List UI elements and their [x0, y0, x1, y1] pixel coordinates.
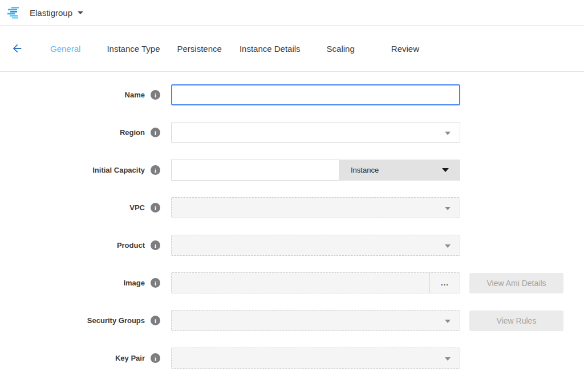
security-groups-select [171, 310, 460, 331]
tab-persistence[interactable]: Persistence [177, 44, 222, 54]
view-ami-details-button[interactable]: View Ami Details [469, 273, 563, 293]
general-form: Name i Region i Initial Capacity i Insta… [0, 72, 584, 369]
tab-review[interactable]: Review [391, 44, 419, 54]
wizard-tabbar: General Instance Type Persistence Instan… [0, 26, 584, 72]
security-groups-label: Security Groups [87, 316, 145, 325]
key-pair-info-icon[interactable]: i [151, 353, 160, 363]
initial-capacity-info-icon[interactable]: i [151, 165, 160, 175]
key-pair-select [171, 348, 460, 369]
chevron-down-icon [445, 320, 451, 323]
wizard-tabs: General Instance Type Persistence Instan… [50, 44, 419, 54]
form-row-product: Product i [0, 235, 584, 256]
security-groups-info-icon[interactable]: i [151, 316, 160, 325]
form-row-image: Image i ... View Ami Details [0, 272, 584, 293]
image-field: ... [171, 272, 460, 293]
name-input[interactable] [171, 84, 460, 105]
form-row-security-groups: Security Groups i View Rules [0, 310, 584, 331]
product-select [171, 235, 460, 256]
form-row-name: Name i [0, 84, 584, 105]
form-row-initial-capacity: Initial Capacity i Instance [0, 160, 584, 181]
vpc-select [171, 197, 460, 218]
image-info-icon[interactable]: i [151, 278, 160, 288]
region-info-icon[interactable]: i [151, 128, 160, 137]
product-label: Product [117, 241, 145, 250]
view-rules-button[interactable]: View Rules [469, 311, 563, 331]
capacity-unit-value: Instance [351, 166, 379, 174]
capacity-unit-select[interactable]: Instance [339, 160, 460, 181]
app-switcher-caret-icon[interactable] [78, 11, 83, 14]
chevron-down-icon [442, 168, 449, 172]
back-button[interactable] [11, 42, 23, 55]
initial-capacity-input[interactable] [171, 160, 339, 181]
image-value [172, 273, 429, 293]
elastigroup-logo-icon[interactable] [7, 6, 22, 19]
form-row-key-pair: Key Pair i [0, 348, 584, 369]
name-info-icon[interactable]: i [151, 90, 160, 100]
region-select[interactable] [171, 122, 460, 143]
chevron-down-icon [445, 357, 451, 361]
tab-instance-type[interactable]: Instance Type [107, 44, 160, 54]
tab-general[interactable]: General [50, 44, 80, 54]
vpc-info-icon[interactable]: i [151, 203, 160, 213]
region-label: Region [120, 128, 145, 137]
chevron-down-icon [445, 244, 451, 248]
initial-capacity-label: Initial Capacity [92, 166, 145, 174]
name-label: Name [125, 91, 145, 99]
app-title[interactable]: Elastigroup [30, 8, 72, 18]
tab-instance-details[interactable]: Instance Details [240, 44, 301, 54]
chevron-down-icon [445, 207, 451, 210]
tab-scaling[interactable]: Scaling [327, 44, 355, 54]
app-header: Elastigroup [0, 0, 584, 26]
vpc-label: VPC [129, 203, 145, 212]
form-row-vpc: VPC i [0, 197, 584, 218]
image-browse-button[interactable]: ... [429, 273, 460, 293]
chevron-down-icon [445, 132, 451, 135]
image-label: Image [123, 279, 145, 287]
form-row-region: Region i [0, 122, 584, 143]
key-pair-label: Key Pair [115, 354, 145, 362]
product-info-icon[interactable]: i [151, 240, 160, 250]
